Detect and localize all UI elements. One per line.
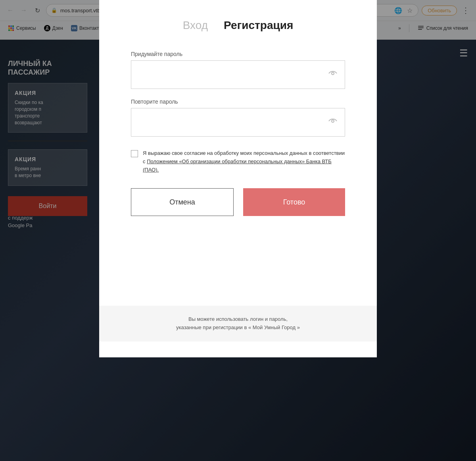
done-button[interactable]: Готово <box>243 188 345 216</box>
consent-row: Я выражаю свое согласие на обработку мои… <box>131 149 345 174</box>
tab-login[interactable]: Вход <box>183 16 208 35</box>
consent-text: Я выражаю свое согласие на обработку мои… <box>143 149 345 174</box>
password-group: Придумайте пароль <box>131 51 345 89</box>
repeat-password-input-wrap <box>131 108 345 137</box>
modal-overlay: Вход Регистрация Придумайте пароль Повто… <box>0 0 476 461</box>
password-input[interactable] <box>138 71 338 78</box>
consent-link[interactable]: Положением «Об организации обработки пер… <box>143 158 332 173</box>
footer-text: Вы можете использовать логин и пароль, у… <box>176 316 300 330</box>
password-label: Придумайте пароль <box>131 51 345 57</box>
modal-actions: Отмена Готово <box>131 188 345 216</box>
consent-checkbox[interactable] <box>131 150 138 157</box>
registration-modal: Вход Регистрация Придумайте пароль Повто… <box>99 0 377 357</box>
modal-tabs: Вход Регистрация <box>131 16 345 35</box>
eye-icon-password[interactable] <box>327 69 338 80</box>
svg-point-3 <box>332 72 334 75</box>
repeat-password-input[interactable] <box>138 119 338 126</box>
eye-icon-repeat[interactable] <box>327 117 338 127</box>
svg-point-4 <box>332 120 334 122</box>
modal-footer: Вы можете использовать логин и пароль, у… <box>99 306 377 341</box>
repeat-password-group: Повторите пароль <box>131 98 345 137</box>
password-input-wrap <box>131 60 345 89</box>
tab-register[interactable]: Регистрация <box>224 16 293 35</box>
cancel-button[interactable]: Отмена <box>131 188 234 216</box>
repeat-password-label: Повторите пароль <box>131 98 345 105</box>
